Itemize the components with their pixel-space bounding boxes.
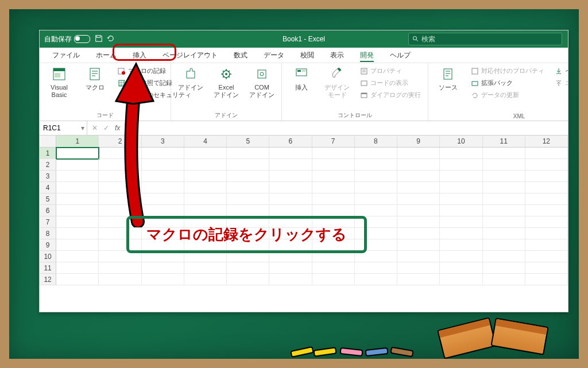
cell[interactable] <box>227 205 269 216</box>
cell[interactable] <box>184 205 227 216</box>
cell[interactable] <box>525 216 568 228</box>
import-button[interactable]: インポート <box>552 65 568 76</box>
search-box[interactable]: 検索 <box>408 33 562 45</box>
cell[interactable] <box>312 182 355 193</box>
run-dialog-button[interactable]: ダイアログの実行 <box>358 90 423 100</box>
cell[interactable] <box>355 171 397 182</box>
expansion-pack-button[interactable]: 拡張パック <box>469 78 547 88</box>
cell[interactable] <box>525 239 568 251</box>
tab-insert[interactable]: 挿入 <box>125 47 154 64</box>
col-header[interactable]: 2 <box>99 135 141 147</box>
fx-label[interactable]: fx <box>115 124 120 132</box>
cell[interactable] <box>355 182 397 193</box>
tab-review[interactable]: 校閲 <box>292 47 322 64</box>
autosave-toggle[interactable] <box>74 35 90 43</box>
cell[interactable] <box>525 148 568 159</box>
cell[interactable] <box>525 251 568 262</box>
col-header[interactable]: 1 <box>56 135 99 147</box>
row-header[interactable]: 2 <box>40 159 56 171</box>
cell[interactable] <box>56 251 99 262</box>
cell[interactable] <box>440 228 482 239</box>
row-header[interactable]: 9 <box>40 239 56 251</box>
macro-button[interactable]: マクロ <box>78 64 112 92</box>
cell[interactable] <box>269 205 312 216</box>
cell[interactable] <box>99 193 141 205</box>
cell[interactable] <box>142 262 184 274</box>
cell[interactable] <box>184 274 227 285</box>
com-addin-button[interactable]: COM アドイン <box>245 64 279 100</box>
cell[interactable] <box>227 182 269 193</box>
cell[interactable] <box>483 171 525 182</box>
cell[interactable] <box>483 182 525 193</box>
cell[interactable] <box>142 182 184 193</box>
row-header[interactable]: 5 <box>40 193 56 205</box>
visual-basic-button[interactable]: Visual Basic <box>42 64 76 100</box>
cell[interactable] <box>397 159 440 171</box>
cell[interactable] <box>483 216 525 228</box>
cell[interactable] <box>397 216 440 228</box>
cell[interactable] <box>397 148 440 159</box>
cell[interactable] <box>312 148 355 159</box>
cell[interactable] <box>483 251 525 262</box>
cell[interactable] <box>312 205 355 216</box>
cell[interactable] <box>184 262 227 274</box>
cell[interactable] <box>525 182 568 193</box>
cell[interactable] <box>440 148 482 159</box>
view-code-button[interactable]: コードの表示 <box>358 78 423 88</box>
cell[interactable] <box>184 159 227 171</box>
cell[interactable] <box>397 274 440 285</box>
cell[interactable] <box>355 159 397 171</box>
excel-addin-button[interactable]: Excel アドイン <box>209 64 243 100</box>
col-header[interactable]: 7 <box>312 135 355 147</box>
cell[interactable] <box>56 182 99 193</box>
cell[interactable] <box>99 182 141 193</box>
cell[interactable] <box>397 171 440 182</box>
row-header[interactable]: 6 <box>40 205 56 216</box>
cell[interactable] <box>397 251 440 262</box>
cell[interactable] <box>184 193 227 205</box>
cell[interactable] <box>56 274 99 285</box>
cell[interactable] <box>312 262 355 274</box>
cell[interactable] <box>440 159 482 171</box>
save-icon[interactable] <box>95 34 103 44</box>
cell[interactable] <box>440 171 482 182</box>
tab-data[interactable]: データ <box>256 47 292 64</box>
cell[interactable] <box>227 171 269 182</box>
cell[interactable] <box>525 262 568 274</box>
cell[interactable] <box>483 262 525 274</box>
cell[interactable] <box>397 262 440 274</box>
cell[interactable] <box>440 251 482 262</box>
row-header[interactable]: 11 <box>40 262 56 274</box>
col-header[interactable]: 8 <box>355 135 397 147</box>
formula-input[interactable] <box>125 123 568 133</box>
cell[interactable] <box>440 205 482 216</box>
cell[interactable] <box>184 171 227 182</box>
cell[interactable] <box>440 182 482 193</box>
tab-file[interactable]: ファイル <box>44 47 88 64</box>
cell[interactable] <box>440 262 482 274</box>
col-header[interactable]: 6 <box>269 135 312 147</box>
cell[interactable] <box>227 262 269 274</box>
cell[interactable] <box>227 274 269 285</box>
col-header[interactable]: 9 <box>397 135 440 147</box>
cell[interactable] <box>56 193 99 205</box>
source-button[interactable]: ソース <box>431 64 465 92</box>
cell[interactable] <box>184 148 227 159</box>
cell[interactable] <box>56 159 99 171</box>
cell[interactable] <box>142 274 184 285</box>
cell[interactable] <box>355 193 397 205</box>
cell[interactable] <box>142 205 184 216</box>
cell[interactable] <box>269 171 312 182</box>
cell[interactable] <box>397 182 440 193</box>
cell[interactable] <box>355 262 397 274</box>
cell[interactable] <box>483 148 525 159</box>
cell[interactable] <box>525 159 568 171</box>
cell[interactable] <box>56 216 99 228</box>
name-box[interactable]: R1C1 ▾ <box>40 121 87 135</box>
cell[interactable] <box>397 193 440 205</box>
cell[interactable] <box>269 262 312 274</box>
cell[interactable] <box>269 193 312 205</box>
col-header[interactable]: 3 <box>142 135 184 147</box>
cell[interactable] <box>397 228 440 239</box>
cell[interactable] <box>440 216 482 228</box>
